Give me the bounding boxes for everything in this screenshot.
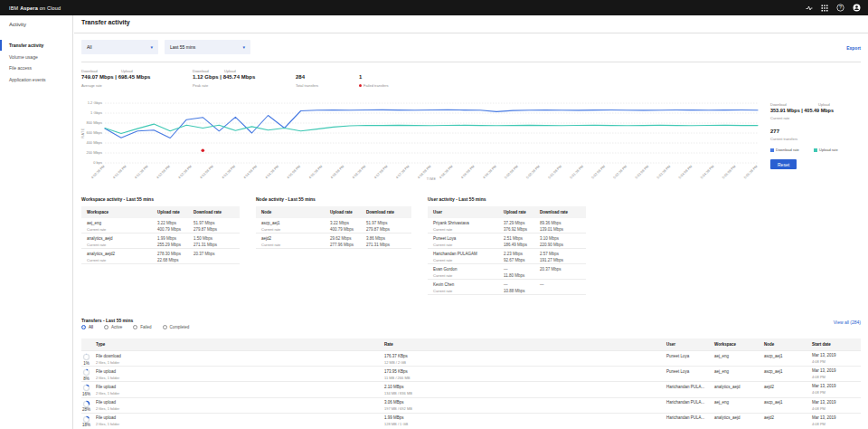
avg-download-label: Download bbox=[81, 69, 98, 73]
user-activity-title: User activity - Last 55 mins bbox=[428, 196, 486, 202]
user-name: Harichandan PULAGAM bbox=[433, 252, 477, 256]
row-sublabel: Current rate bbox=[433, 273, 452, 278]
workspace-name: analytics_aejd2 bbox=[87, 252, 115, 256]
transfer-rate-detail: 12 MB / 2 GB bbox=[384, 360, 406, 365]
progress-percent: 28% bbox=[81, 407, 91, 412]
sidebar: Activity Transfer activity Volume usage … bbox=[0, 15, 73, 429]
user-name: Evan Gordon bbox=[433, 267, 458, 272]
col-header-node: Node bbox=[764, 342, 774, 347]
progress-percent: 8% bbox=[81, 377, 91, 381]
transfer-row[interactable]: 28% File upload 2 files, 1 folder 3.06 M… bbox=[81, 397, 861, 413]
table-row[interactable]: Harichandan PULAGAM Current rate 2.23 Mb… bbox=[428, 249, 586, 264]
col-header: Download rate bbox=[193, 210, 222, 214]
transfer-user: Harichandan PULA... bbox=[666, 415, 704, 420]
table-row[interactable]: analytics_aejd Current rate 1.99 Mbps 25… bbox=[81, 234, 240, 249]
col-header: Upload rate bbox=[330, 210, 353, 214]
title-divider bbox=[74, 33, 868, 33]
app-switcher-icon[interactable] bbox=[821, 5, 828, 12]
svg-text:4:52:08 PM: 4:52:08 PM bbox=[156, 165, 171, 180]
table-row[interactable]: analytics_aejd2 Current rate 278.30 Mbps… bbox=[81, 249, 240, 264]
sidebar-item-volume-usage[interactable]: Volume usage bbox=[0, 52, 73, 62]
transfer-time: 4:08 PM bbox=[812, 422, 826, 426]
transfer-detail: 2 files, 1 folder bbox=[96, 376, 119, 380]
transfer-rate-detail: 197 MB / 692 MB bbox=[384, 406, 412, 411]
legend-download-label: Download rate bbox=[776, 148, 799, 152]
activity-pulse-icon[interactable] bbox=[806, 5, 813, 12]
svg-text:5:05:38 PM: 5:05:38 PM bbox=[743, 165, 759, 180]
upload-rate-current: 376.92 Mbps bbox=[504, 227, 527, 232]
radio-label: All bbox=[89, 325, 93, 329]
svg-text:5:03:08 PM: 5:03:08 PM bbox=[635, 165, 650, 180]
current-transfers-value: 277 bbox=[770, 129, 779, 134]
svg-text:4:53:38 PM: 4:53:38 PM bbox=[222, 165, 237, 180]
sidebar-title: Activity bbox=[9, 22, 26, 27]
progress-percent: 16% bbox=[81, 392, 91, 396]
svg-text:5:02:38 PM: 5:02:38 PM bbox=[613, 165, 628, 180]
time-range-dropdown[interactable]: Last 55 mins▾ bbox=[165, 40, 250, 54]
table-row[interactable]: aejd2 Current rate 29.62 Mbps 277.96 Mbp… bbox=[256, 234, 411, 249]
upload-rate: — bbox=[504, 267, 508, 272]
download-rate: 20.37 Mbps bbox=[540, 267, 561, 272]
view-all-link[interactable]: View all (284) bbox=[834, 319, 861, 325]
table-row[interactable]: aej_eng Current rate 3.22 Mbps 400.79 Mb… bbox=[81, 218, 240, 234]
legend-upload: Upload rate bbox=[814, 148, 838, 152]
svg-text:4:51:38 PM: 4:51:38 PM bbox=[134, 165, 149, 180]
transfer-row[interactable]: 1% File download 2 files, 1 folder 176.3… bbox=[81, 350, 861, 366]
table-header-row: Node Upload rate Download rate bbox=[256, 206, 411, 218]
transfer-row[interactable]: 8% File upload 2 files, 1 folder 173.95 … bbox=[81, 366, 861, 381]
user-name: Kevin Chen bbox=[433, 282, 454, 287]
failed-transfers-value: 1 bbox=[359, 74, 362, 80]
col-header-rate: Rate bbox=[384, 342, 393, 347]
total-transfers-caption: Total transfers bbox=[296, 83, 318, 88]
radio-icon bbox=[133, 325, 137, 329]
col-header-start-date: Start date bbox=[812, 342, 831, 347]
upload-rate: 3.22 Mbps bbox=[157, 221, 176, 225]
radio-active[interactable]: Active bbox=[104, 325, 122, 329]
radio-completed[interactable]: Completed bbox=[163, 325, 190, 329]
table-row[interactable]: ascp_aej1 Current rate 3.22 Mbps 400.79 … bbox=[256, 218, 411, 234]
transfer-detail: 2 files, 1 folder bbox=[96, 360, 119, 365]
transfer-rate-detail: 134 MB / 836 MB bbox=[384, 391, 412, 396]
svg-text:4:55:08 PM: 4:55:08 PM bbox=[287, 165, 302, 180]
table-row[interactable]: Priyank Shrivastava Current rate 37.29 M… bbox=[428, 218, 586, 234]
upload-rate: 37.29 Mbps bbox=[504, 221, 525, 225]
download-rate: 51.97 Mbps bbox=[366, 221, 388, 225]
col-header: User bbox=[433, 210, 442, 214]
transfer-row[interactable]: 16% File upload 2 files, 1 folder 2.10 M… bbox=[81, 381, 861, 396]
transfers-table: Type Rate User Workspace Node Start date… bbox=[81, 338, 861, 428]
svg-text:5:05:08 PM: 5:05:08 PM bbox=[722, 165, 737, 180]
transfer-rate: 3.06 MBps bbox=[384, 400, 404, 405]
upload-rate-current: 10.88 Mbps bbox=[504, 289, 525, 293]
sidebar-item-application-events[interactable]: Application events bbox=[0, 74, 73, 85]
brand: IBM Aspera on Cloud bbox=[9, 5, 61, 11]
sidebar-item-file-access[interactable]: File access bbox=[0, 62, 73, 73]
export-link[interactable]: Export bbox=[846, 45, 861, 51]
radio-failed[interactable]: Failed bbox=[133, 325, 151, 329]
svg-text:4:56:08 PM: 4:56:08 PM bbox=[330, 165, 345, 180]
avatar[interactable] bbox=[853, 4, 861, 12]
reset-button[interactable]: Reset bbox=[770, 159, 797, 169]
transfer-rate: 173.95 KBps bbox=[384, 369, 408, 374]
table-row[interactable]: Evan Gordon Current rate — 11.80 Mbps 20… bbox=[428, 264, 586, 280]
transfers-title: Transfers - Last 55 mins bbox=[81, 318, 133, 323]
transfer-time: 4:08 PM bbox=[812, 375, 826, 379]
help-icon[interactable]: ? bbox=[836, 4, 844, 12]
sidebar-item-transfer-activity[interactable]: Transfer activity bbox=[0, 40, 73, 51]
col-header: Download rate bbox=[366, 210, 394, 214]
svg-text:4:58:38 PM: 4:58:38 PM bbox=[439, 165, 454, 180]
svg-text:4:57:08 PM: 4:57:08 PM bbox=[373, 165, 389, 180]
transfer-row[interactable]: 18% File upload 2 files, 1 folder 1.99 M… bbox=[81, 413, 861, 428]
table-row[interactable]: Kevin Chen Current rate — 10.88 Mbps — bbox=[428, 280, 586, 295]
user-activity-table: User Upload rate Download rate Priyank S… bbox=[428, 206, 586, 295]
col-header: Workspace bbox=[87, 210, 108, 214]
transfer-date: Mar 13, 2019 bbox=[812, 368, 836, 373]
table-row[interactable]: Puneet Loya Current rate 2.51 Mbps 186.4… bbox=[428, 234, 586, 249]
transfer-detail: 2 files, 1 folder bbox=[96, 406, 119, 411]
transfer-detail: 2 files, 1 folder bbox=[96, 422, 119, 426]
radio-all[interactable]: All bbox=[81, 325, 93, 329]
legend-upload-label: Upload rate bbox=[819, 148, 838, 152]
scope-filter-dropdown[interactable]: All▾ bbox=[81, 40, 158, 54]
transfer-detail: 2 files, 1 folder bbox=[96, 391, 119, 396]
svg-text:800 Mbps: 800 Mbps bbox=[86, 120, 102, 125]
upload-rate-current: 277.96 Mbps bbox=[330, 243, 354, 247]
